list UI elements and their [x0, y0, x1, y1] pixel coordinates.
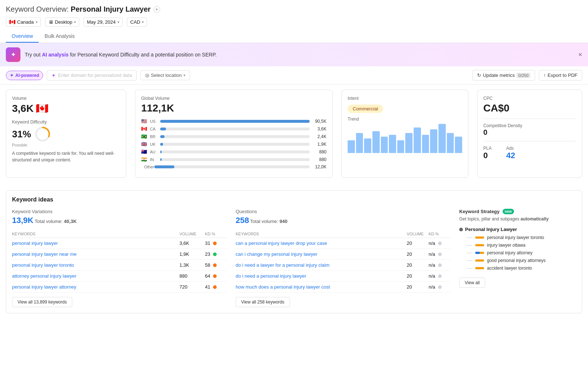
- tab-bulk-analysis[interactable]: Bulk Analysis: [39, 30, 80, 43]
- keyword-volume: 20: [407, 251, 429, 257]
- keyword-volume: 20: [407, 273, 429, 279]
- kd-indicator: [438, 242, 442, 245]
- country-bar-container: [160, 158, 310, 161]
- variations-table: personal injury lawyer 3,6K 31 personal …: [12, 238, 227, 293]
- country-row: 🇬🇧 UK 1,9K: [141, 141, 326, 147]
- add-keyword-icon[interactable]: +: [154, 6, 160, 13]
- keyword-link[interactable]: personal injury lawyer attorney: [12, 284, 179, 290]
- chevron-down-icon: ▾: [142, 20, 144, 24]
- keyword-link[interactable]: attorney personal injury lawyer: [12, 273, 179, 279]
- close-icon[interactable]: ×: [578, 51, 582, 59]
- table-row: personal injury lawyer attorney 720 41: [12, 282, 227, 293]
- currency-filter[interactable]: CAD ▾: [127, 17, 147, 27]
- tree-bar-icon: [475, 267, 484, 269]
- refresh-icon: ↻: [477, 73, 481, 78]
- keyword-kd: n/a: [429, 262, 450, 268]
- trend-bar: [356, 133, 363, 153]
- trend-label: Trend: [348, 117, 462, 122]
- sparkle-icon: ✦: [10, 73, 13, 78]
- country-flag: 🇦🇺: [141, 149, 147, 154]
- strategy-tree: personal injury lawyer toronto injury la…: [467, 235, 576, 271]
- location-button[interactable]: ◎ Select location ▾: [140, 70, 190, 80]
- table-row: personal injury lawyer near me 1,9K 23: [12, 249, 227, 260]
- tree-bar-icon: [475, 259, 484, 262]
- country-filter[interactable]: 🇨🇦 Canada ▾: [6, 17, 41, 27]
- root-dot-icon: [459, 228, 463, 231]
- country-row: 🇮🇳 IN 880: [141, 157, 326, 162]
- strategy-tree-item: injury lawyer ottawa: [467, 243, 576, 248]
- date-filter[interactable]: May 29, 2024 ▾: [84, 17, 123, 27]
- keyword-link[interactable]: how much does a personal injury lawyer c…: [236, 284, 407, 290]
- strategy-tree-item: personal injury lawyer toronto: [467, 235, 576, 240]
- comp-density-label: Competitive Density: [483, 123, 576, 128]
- country-bar-container: [160, 135, 310, 138]
- trend-bar: [447, 133, 454, 153]
- chevron-down-icon: ▾: [183, 73, 185, 77]
- ai-banner-text: Try out AI analysis for Personal Keyword…: [25, 52, 217, 58]
- trend-bars: [348, 124, 462, 153]
- variations-table-header: Keywords Volume KD %: [12, 229, 227, 238]
- page-title: Keyword Overview: Personal Injury Lawyer: [6, 5, 151, 13]
- country-row: 🇧🇷 BR 2,4K: [141, 134, 326, 139]
- table-row: how much does a personal injury lawyer c…: [236, 282, 450, 293]
- export-icon: ↑: [543, 73, 546, 78]
- new-badge: new: [503, 209, 514, 214]
- country-value: 12,0K: [313, 164, 326, 169]
- table-row: attorney personal injury lawyer 880 64: [12, 271, 227, 282]
- strategy-root-label: Personal Injury Lawyer: [465, 227, 517, 232]
- country-code: US: [150, 119, 157, 124]
- volume-value: 3,6K 🇨🇦: [12, 102, 120, 114]
- keyword-volume: 20: [407, 284, 429, 290]
- keyword-kd: 31: [205, 240, 227, 246]
- keyword-link[interactable]: do i need a personal injury lawyer: [236, 273, 407, 279]
- country-bar-fill: [160, 135, 165, 138]
- tab-overview[interactable]: Overview: [6, 30, 39, 43]
- country-row: 🇦🇺 AU 880: [141, 149, 326, 154]
- keyword-volume: 880: [179, 273, 205, 279]
- strategy-item-label: good personal injury attorneys: [487, 258, 546, 263]
- keyword-link[interactable]: can a personal injury lawyer drop your c…: [236, 240, 407, 246]
- keyword-link[interactable]: can i change my personal injury lawyer: [236, 251, 407, 257]
- view-all-questions-button[interactable]: View all 258 keywords: [236, 297, 290, 307]
- update-metrics-button[interactable]: ↻ Update metrics 0/250: [472, 70, 535, 81]
- keyword-link[interactable]: personal injury lawyer toronto: [12, 262, 179, 268]
- ai-analysis-link[interactable]: AI analysis: [42, 52, 69, 58]
- ai-powered-button[interactable]: ✦ AI-powered: [6, 71, 43, 80]
- volume-flag: 🇨🇦: [36, 102, 49, 114]
- country-code: AU: [150, 150, 157, 154]
- view-all-variations-button[interactable]: View all 13,899 keywords: [12, 297, 72, 307]
- kd-indicator: [438, 263, 442, 267]
- domain-input[interactable]: ✦ Enter domain for personalized data: [47, 70, 136, 81]
- tree-line: [467, 268, 472, 269]
- cpc-card: CPC CA$0 Competitive Density 0 PLA 0 Ads…: [477, 90, 582, 178]
- kd-indicator: [438, 274, 442, 278]
- keyword-volume: 20: [407, 240, 429, 246]
- trend-bar: [381, 137, 388, 153]
- kd-indicator: [213, 252, 217, 256]
- keyword-ideas-title: Keyword ideas: [12, 196, 576, 203]
- kd-possible-label: Possible: [12, 143, 120, 147]
- country-code: UK: [150, 142, 157, 146]
- device-filter[interactable]: 🖥 Desktop ▾: [45, 17, 80, 27]
- trend-bar: [438, 124, 446, 153]
- table-row: do i need a lawyer for a personal injury…: [236, 260, 450, 271]
- intent-card: Intent Commercial Trend: [341, 90, 468, 178]
- trend-bar: [397, 140, 405, 153]
- keyword-link[interactable]: do i need a lawyer for a personal injury…: [236, 262, 407, 268]
- country-flag: 🇺🇸: [141, 118, 147, 124]
- country-flag: 🇬🇧: [141, 141, 147, 147]
- strategy-root: Personal Injury Lawyer: [459, 227, 576, 232]
- country-bar-container: [160, 143, 310, 146]
- view-all-strategy-button[interactable]: View all: [459, 278, 485, 288]
- variations-count: 13,9K: [12, 216, 34, 225]
- keyword-link[interactable]: personal injury lawyer near me: [12, 251, 179, 257]
- country-bar-container: [160, 128, 310, 130]
- country-bar-fill: [160, 143, 163, 146]
- export-button[interactable]: ↑ Export to PDF: [539, 70, 582, 81]
- plus-icon: ✦: [51, 73, 56, 78]
- questions-table-header: Keywords Volume KD %: [236, 229, 450, 238]
- keyword-link[interactable]: personal injury lawyer: [12, 240, 179, 246]
- tree-bar-icon: [475, 252, 484, 254]
- keyword-volume: 1,9K: [179, 251, 205, 257]
- keyword-kd: n/a: [429, 284, 450, 290]
